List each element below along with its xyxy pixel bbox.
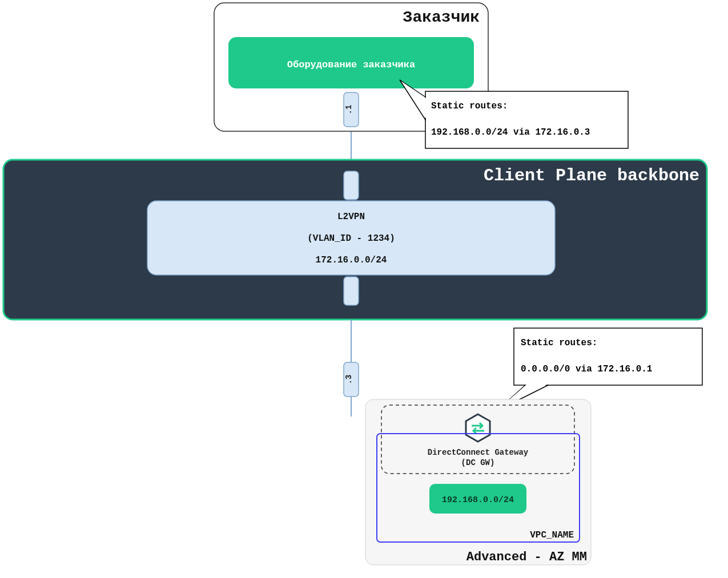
endpoint-top: .1: [344, 92, 359, 127]
svg-marker-14: [466, 414, 490, 442]
l2vpn-vlan: (VLAN_ID - 1234): [307, 233, 395, 244]
routes-bottom-callout: Static routes: 0.0.0.0/0 via 172.16.0.1: [497, 328, 702, 411]
svg-rect-3: [425, 91, 628, 148]
routes-bottom-title: Static routes:: [521, 338, 597, 348]
endpoint-bottom: .3: [344, 362, 359, 397]
customer-equipment-label: Оборудование заказчика: [287, 59, 415, 70]
endpoint-bottom-label: .3: [344, 375, 353, 385]
routes-bottom-line: 0.0.0.0/0 via 172.16.0.1: [521, 364, 652, 374]
endpoint-top-label: .1: [344, 105, 353, 115]
vpc-cidr-pill: 192.168.0.0/24: [429, 484, 526, 514]
l2vpn-box: L2VPN (VLAN_ID - 1234) 172.16.0.0/24: [147, 201, 555, 275]
routes-top-title: Static routes:: [431, 101, 508, 111]
customer-title: Заказчик: [403, 9, 480, 26]
network-diagram: Заказчик Оборудование заказчика .1 Stati…: [0, 0, 728, 578]
backbone-stub-bottom: [344, 277, 359, 305]
routes-top-line: 192.168.0.0/24 via 172.16.0.3: [431, 127, 590, 138]
l2vpn-cidr: 172.16.0.0/24: [316, 255, 387, 265]
advanced-title: Advanced - AZ MM: [466, 550, 587, 564]
customer-equipment: Оборудование заказчика: [228, 37, 474, 88]
advanced-block: Advanced - AZ MM DirectConnect Gateway (…: [365, 399, 591, 565]
dc-gw-line1: DirectConnect Gateway: [428, 448, 529, 457]
backbone-stub-top: [344, 171, 359, 200]
dc-gw-line2: (DC GW): [461, 458, 495, 467]
vpc-name: VPC_NAME: [530, 530, 574, 540]
l2vpn-label: L2VPN: [337, 212, 365, 222]
backbone-title: Client Plane backbone: [484, 166, 699, 185]
vpc-cidr-label: 192.168.0.0/24: [442, 495, 514, 505]
gateway-icon: [466, 414, 490, 442]
svg-rect-8: [514, 328, 702, 385]
backbone-block: Client Plane backbone L2VPN (VLAN_ID - 1…: [3, 160, 707, 320]
